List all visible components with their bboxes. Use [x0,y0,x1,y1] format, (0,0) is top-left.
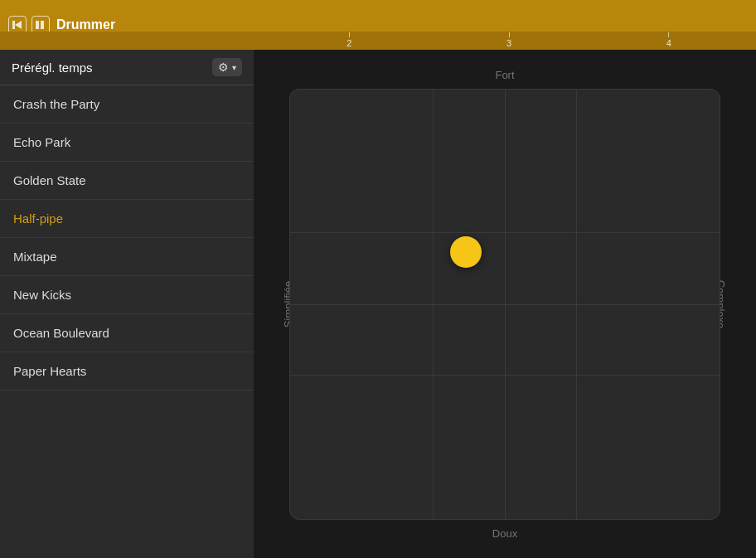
grid-line-v2 [576,90,577,519]
chevron-down-icon: ▾ [232,63,236,72]
presets-header: Prérégl. temps ⚙ ▾ [0,50,254,85]
xy-pad[interactable] [289,89,720,520]
main-content: Prérégl. temps ⚙ ▾ Crash the Party Echo … [0,50,756,558]
preset-item-ocean-boulevard[interactable]: Ocean Boulevard [0,314,254,352]
preset-item-paper-hearts[interactable]: Paper Hearts [0,352,254,391]
grid-line-v1 [433,90,434,519]
preset-item-echo-park[interactable]: Echo Park [0,124,254,162]
xy-label-bottom: Doux [492,527,517,540]
app-title: Drummer [56,17,115,32]
header-bar: Drummer 2 3 4 [0,0,756,50]
ruler-mark-4: 4 [666,32,671,48]
presets-list: Crash the Party Echo Park Golden State H… [0,85,254,558]
svg-marker-1 [15,21,22,29]
ruler-marks: 2 3 4 [257,32,756,50]
grid-line-h2 [290,375,720,376]
svg-rect-0 [12,21,15,29]
xy-label-top: Fort [495,69,514,81]
presets-title: Prérégl. temps [12,61,212,75]
gear-icon: ⚙ [218,61,229,74]
xy-pad-container: Fort Doux Simplifiée Complexe [289,89,720,520]
svg-rect-2 [36,21,39,29]
preset-item-golden-state[interactable]: Golden State [0,162,254,200]
preset-item-mixtape[interactable]: Mixtape [0,238,254,276]
right-panel: Fort Doux Simplifiée Complexe [254,50,756,558]
preset-item-half-pipe[interactable]: Half-pipe [0,200,254,238]
ruler-mark-3: 3 [506,32,511,48]
preset-item-crash-the-party[interactable]: Crash the Party [0,85,254,124]
grid-line-h1 [290,232,720,233]
svg-rect-3 [41,21,44,29]
gear-dropdown-button[interactable]: ⚙ ▾ [212,58,242,76]
xy-dot[interactable] [450,236,482,268]
ruler-mark-2: 2 [346,32,351,48]
preset-item-new-kicks[interactable]: New Kicks [0,276,254,314]
left-panel: Prérégl. temps ⚙ ▾ Crash the Party Echo … [0,50,254,558]
ruler: 2 3 4 [0,32,756,50]
